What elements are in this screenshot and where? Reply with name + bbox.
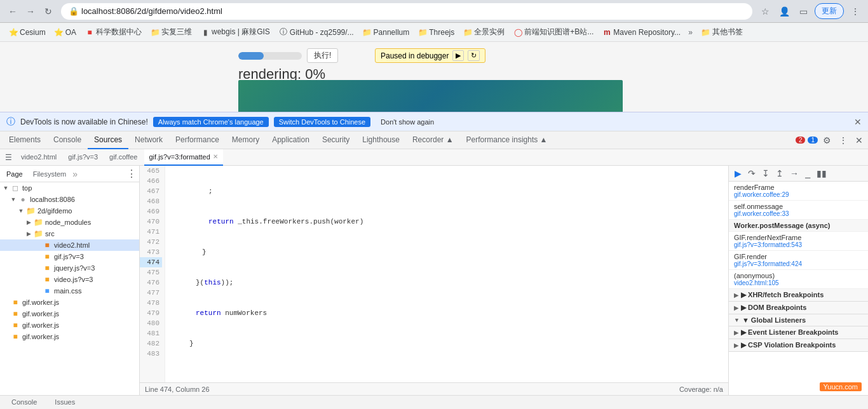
bookmark-3d[interactable]: 📁 实复三维 <box>147 25 196 39</box>
more-options-button[interactable]: ⋮ <box>836 134 850 147</box>
tree-item-gif-js[interactable]: ▶ ■ gif.js?v=3 <box>0 251 139 262</box>
switch-to-chinese-button[interactable]: Switch DevTools to Chinese <box>274 117 370 127</box>
bookmark-button[interactable]: ☆ <box>757 4 773 19</box>
tab-application[interactable]: Application <box>266 131 316 149</box>
dont-show-again-button[interactable]: Don't show again <box>376 117 439 127</box>
step-over-debug-button[interactable]: ↷ <box>746 167 757 180</box>
step-into-button[interactable]: ↧ <box>760 167 771 180</box>
exec-button[interactable]: 执行! <box>307 48 338 63</box>
update-button[interactable]: 更新 <box>815 3 844 19</box>
tree-item-gif-worker-3[interactable]: ▶ ■ gif.worker.js <box>0 319 139 331</box>
folder-icon: 📁 <box>33 229 43 238</box>
sidebar-tab-filesystem[interactable]: Filesystem <box>29 169 71 179</box>
tab-recorder[interactable]: Recorder ▲ <box>406 131 460 149</box>
tab-sources[interactable]: Sources <box>88 131 128 149</box>
file-tree: ▼ ◻ top ▼ ● localhost:8086 ▼ <box>0 182 139 395</box>
src-tab-label: gif.js?v=3:formatted <box>149 153 210 161</box>
browser-chrome: ← → ↻ 🔒 localhost:8086/2d/gifdemo/video2… <box>0 0 868 42</box>
tree-item-gifdemo[interactable]: ▼ 📁 2d/gifdemo <box>0 205 139 217</box>
bookmark-panorama[interactable]: 📁 全景实例 <box>459 25 508 39</box>
call-stack-file-ref: gif.js?v=3:formatted:543 <box>734 241 863 248</box>
bookmark-oa[interactable]: ⭐ OA <box>51 27 80 38</box>
bookmark-cesium[interactable]: ⭐ Cesium <box>5 27 50 38</box>
call-stack-render[interactable]: GIF.render gif.js?v=3:formatted:424 <box>729 251 868 270</box>
bookmark-webgis[interactable]: ▮ webgis | 麻辣GIS <box>197 25 274 39</box>
bookmark-science[interactable]: ■ 科学数据中心 <box>81 25 146 39</box>
cast-button[interactable]: ▭ <box>796 4 811 19</box>
tree-item-video-js[interactable]: ▶ ■ video.js?v=3 <box>0 274 139 285</box>
bookmark-pannellum[interactable]: 📁 Pannellum <box>359 27 414 38</box>
src-tab-formatted[interactable]: gif.js?v=3:formatted ✕ <box>144 149 223 166</box>
close-devtools-button[interactable]: ✕ <box>853 134 865 147</box>
bookmark-label: 全景实例 <box>474 27 505 37</box>
tab-memory[interactable]: Memory <box>226 131 266 149</box>
bottom-tab-issues[interactable]: Issues <box>48 396 81 410</box>
resume-debug-button[interactable]: ▶ <box>733 167 743 180</box>
tree-item-jquery[interactable]: ▶ ■ jquery.js?v=3 <box>0 262 139 274</box>
close-tab-icon[interactable]: ✕ <box>213 153 218 160</box>
menu-button[interactable]: ⋮ <box>848 4 863 19</box>
bookmark-threejs[interactable]: 📁 Threejs <box>414 27 458 38</box>
code-lines[interactable]: ; return _this.freeWorkers.push(worker) … <box>165 166 728 382</box>
tab-performance-insights[interactable]: Performance insights ▲ <box>460 131 554 149</box>
call-stack-postmessage[interactable]: Worker.postMessage (async) <box>729 220 868 232</box>
tree-item-gif-worker-1[interactable]: ▶ ■ gif.worker.js <box>0 297 139 308</box>
src-tab-coffee[interactable]: gif.coffee <box>104 149 142 166</box>
csp-violation-breakpoints-section[interactable]: ▶ CSP Violation Breakpoints <box>729 339 868 352</box>
reload-button[interactable]: ↻ <box>41 4 56 19</box>
tree-item-localhost[interactable]: ▼ ● localhost:8086 <box>0 194 139 205</box>
back-button[interactable]: ← <box>5 4 20 19</box>
tree-item-top[interactable]: ▼ ◻ top <box>0 182 139 194</box>
call-stack-anonymous[interactable]: (anonymous) video2.html:105 <box>729 270 868 289</box>
more-bookmarks[interactable]: » <box>688 28 693 37</box>
tree-item-gif-worker-2[interactable]: ▶ ■ gif.worker.js <box>0 308 139 319</box>
tree-item-src[interactable]: ▶ 📁 src <box>0 228 139 239</box>
tree-item-node-modules[interactable]: ▶ 📁 node_modules <box>0 217 139 228</box>
tree-arrow-icon: ▶ <box>24 219 33 225</box>
sidebar-more-icon[interactable]: » <box>72 169 78 179</box>
notification-close-button[interactable]: ✕ <box>854 117 862 127</box>
forward-button[interactable]: → <box>23 4 38 19</box>
address-bar[interactable]: 🔒 localhost:8086/2d/gifdemo/video2.html <box>61 3 752 20</box>
src-tab-gif[interactable]: gif.js?v=3 <box>63 149 103 166</box>
collapse-sidebar-button[interactable]: ☰ <box>3 152 15 163</box>
tab-performance[interactable]: Performance <box>169 131 226 149</box>
call-stack-rendernext[interactable]: GIF.renderNextFrame gif.js?v=3:formatted… <box>729 232 868 251</box>
panorama-icon: 📁 <box>463 28 472 37</box>
xhr-breakpoints-section[interactable]: ▶ XHR/fetch Breakpoints <box>729 289 868 302</box>
tab-elements[interactable]: Elements <box>3 131 47 149</box>
call-stack-fn-name: GIF.render <box>734 253 863 260</box>
right-panel: ▶ ↷ ↧ ↥ → ⎯ ▮▮ renderFrame gif.worker.co… <box>728 166 868 395</box>
event-listener-breakpoints-section[interactable]: ▶ Event Listener Breakpoints <box>729 326 868 339</box>
tree-item-main-css[interactable]: ▶ ■ main.css <box>0 285 139 297</box>
global-listeners-section[interactable]: ▼ Global Listeners <box>729 314 868 326</box>
match-language-button[interactable]: Always match Chrome's language <box>153 117 269 127</box>
pause-on-exceptions-button[interactable]: ▮▮ <box>815 167 829 180</box>
step-button[interactable]: → <box>788 167 801 180</box>
sidebar-tab-page[interactable]: Page <box>3 169 27 179</box>
profile-button[interactable]: 👤 <box>776 4 792 19</box>
bookmark-maven[interactable]: m Maven Repository... <box>599 27 684 38</box>
call-stack-file-ref: gif.worker.coffee:29 <box>734 191 863 198</box>
settings-button[interactable]: ⚙ <box>820 134 834 147</box>
deactivate-breakpoints-button[interactable]: ⎯ <box>803 167 812 180</box>
tab-lighthouse[interactable]: Lighthouse <box>356 131 406 149</box>
devtools-panel: Elements Console Sources Network Perform… <box>0 131 868 409</box>
tab-network[interactable]: Network <box>128 131 169 149</box>
step-out-button[interactable]: ↥ <box>774 167 785 180</box>
tree-item-video2[interactable]: ▶ ■ video2.html <box>0 239 139 251</box>
bottom-tab-console[interactable]: Console <box>5 396 43 410</box>
bookmark-github[interactable]: ⓘ GitHub - zq2599/... <box>275 27 358 38</box>
call-stack-onmessage[interactable]: self.onmessage gif.worker.coffee:33 <box>729 201 868 220</box>
src-tab-video2[interactable]: video2.html <box>16 149 62 166</box>
tree-item-gif-worker-4[interactable]: ▶ ■ gif.worker.js <box>0 331 139 342</box>
step-over-button[interactable]: ↻ <box>468 50 480 61</box>
bookmark-knowledge[interactable]: ◯ 前端知识图谱+B站... <box>510 25 597 39</box>
bookmark-others[interactable]: 📁 其他书签 <box>698 25 747 39</box>
tab-security[interactable]: Security <box>316 131 356 149</box>
resume-button[interactable]: ▶ <box>452 50 464 61</box>
call-stack-renderframe[interactable]: renderFrame gif.worker.coffee:29 <box>729 182 868 201</box>
dom-breakpoints-section[interactable]: ▶ DOM Breakpoints <box>729 302 868 314</box>
tab-console[interactable]: Console <box>47 131 88 149</box>
sidebar-menu-button[interactable]: ⋮ <box>126 168 137 180</box>
